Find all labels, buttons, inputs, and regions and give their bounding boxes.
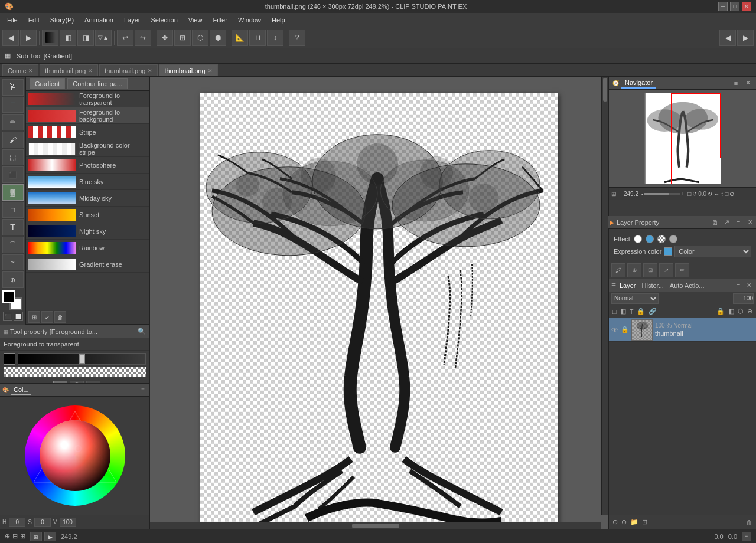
scrollbar-vertical[interactable]	[601, 77, 608, 515]
toolbar-help[interactable]: ?	[289, 30, 305, 46]
canvas-area[interactable]	[150, 77, 608, 529]
scrollbar-horizontal[interactable]	[150, 522, 601, 529]
toolbar-select[interactable]: ⬡	[192, 30, 208, 46]
toolbar-select2[interactable]: ⬢	[210, 30, 226, 46]
gradient-item-fg-bg[interactable]: Foreground to background	[26, 107, 149, 124]
layer-opacity-input[interactable]	[733, 293, 754, 304]
tool-prop-zoom[interactable]: 🔍	[138, 328, 146, 335]
maximize-button[interactable]: □	[730, 2, 739, 11]
h-input[interactable]	[9, 518, 25, 527]
sub-icon-1[interactable]: ⊞	[28, 311, 40, 323]
menu-help[interactable]: Help	[267, 15, 290, 25]
toolbar-transform[interactable]: ⊞	[174, 30, 191, 46]
toolbar-redo[interactable]: ↪	[135, 30, 151, 46]
s-input[interactable]	[34, 518, 51, 527]
tool-row-btn4[interactable]: ↗	[659, 263, 673, 277]
toolbar-move[interactable]: ✥	[157, 30, 173, 46]
tool-move[interactable]: 🖱	[2, 79, 24, 96]
toolbar-tool-3[interactable]: ▽▲	[95, 30, 112, 46]
zoom-plus[interactable]: +	[681, 191, 685, 197]
tool-selection[interactable]: ◻	[2, 97, 24, 113]
status-zoom-btn1[interactable]: ⊕	[5, 532, 10, 540]
effect-circle-white[interactable]	[634, 235, 642, 243]
layers-tab-history[interactable]: Histor...	[640, 282, 666, 290]
layers-tab-auto[interactable]: Auto Actio...	[667, 282, 707, 290]
color-tab-color[interactable]: Col...	[11, 385, 31, 395]
scrollbar-h-thumb[interactable]	[352, 524, 399, 528]
nav-zoom-ctrl-7[interactable]: ⊙	[729, 191, 734, 197]
gradient-item-bg-stripe[interactable]: Background color stripe	[26, 140, 149, 157]
layers-tab-layer[interactable]: Layer	[617, 282, 638, 290]
scrollbar-v-thumb[interactable]	[603, 78, 607, 102]
menu-file[interactable]: File	[2, 15, 22, 25]
layer-icon-1[interactable]: □	[611, 308, 618, 315]
layer-lock-icon[interactable]: 🔒	[621, 326, 629, 333]
delete-layer[interactable]: 🗑	[745, 519, 754, 526]
nav-menu-btn[interactable]: ≡	[731, 78, 741, 88]
toolbar-undo[interactable]: ↩	[117, 30, 133, 46]
nav-close-btn[interactable]: ✕	[743, 78, 752, 88]
tool-correction[interactable]: ~	[2, 254, 24, 271]
status-zoom-btn3[interactable]: ⊞	[20, 532, 25, 540]
layer-icon-7[interactable]: ◧	[727, 308, 735, 315]
nav-zoom-ctrl-3[interactable]: ↻	[708, 191, 712, 197]
toolbar-panel-right[interactable]: ▶	[737, 30, 754, 46]
status-btn1[interactable]: ≡	[742, 532, 751, 541]
tool-mode-1[interactable]: ⬛	[3, 312, 12, 321]
toolbar-ruler[interactable]: 📐	[232, 30, 248, 46]
nav-tab-navigator[interactable]: Navigator	[621, 78, 656, 89]
toolbar-tool-2[interactable]: ◨	[77, 30, 94, 46]
menu-layer[interactable]: Layer	[119, 15, 145, 25]
toolbar-panel-left[interactable]: ◀	[719, 30, 736, 46]
effect-circle-checker[interactable]	[657, 235, 666, 243]
zoom-minus[interactable]: -	[641, 191, 643, 197]
toolbar-rotate[interactable]: ↕	[267, 30, 284, 46]
menu-selection[interactable]: Selection	[146, 15, 183, 25]
tool-eraser[interactable]: ⬚	[2, 149, 24, 166]
tool-move2[interactable]: ⊕	[2, 272, 24, 288]
layer-icon-2[interactable]: ◧	[619, 308, 627, 315]
gradient-item-fg-transparent[interactable]: Foreground to transparent	[26, 91, 149, 107]
nav-zoom-ctrl-5[interactable]: ↕	[721, 191, 724, 197]
layer-prop-btn1[interactable]: 🖹	[710, 218, 719, 227]
tool-brush[interactable]: 🖌	[2, 132, 24, 148]
toolbar-tool-1[interactable]: ◧	[60, 30, 76, 46]
tab-thumb2[interactable]: thumbnail.png ✕	[99, 64, 158, 76]
gradient-item-sunset[interactable]: Sunset	[26, 207, 149, 223]
menu-story[interactable]: Story(P)	[45, 15, 79, 25]
add-frame[interactable]: ⊡	[641, 518, 649, 526]
menu-window[interactable]: Window	[233, 15, 266, 25]
color-panel-menu[interactable]: ≡	[139, 387, 147, 393]
layer-icon-5[interactable]: 🔗	[647, 308, 658, 315]
expr-color-select[interactable]: Color	[674, 246, 751, 257]
expr-color-swatch[interactable]	[664, 247, 672, 256]
tool-row-btn1[interactable]: 🖊	[611, 263, 625, 277]
canvas[interactable]	[200, 93, 558, 529]
tab-comic[interactable]: Comic ✕	[2, 64, 38, 76]
tool-row-btn2[interactable]: ⊕	[627, 263, 641, 277]
status-zoom-btn2[interactable]: ⊟	[12, 532, 18, 540]
layers-close[interactable]: ✕	[744, 281, 754, 290]
menu-filter[interactable]: Filter	[208, 15, 232, 25]
blend-mode-select[interactable]: Normal	[611, 293, 659, 304]
tool-gradient[interactable]: ▓	[2, 184, 24, 201]
grad-color-start[interactable]	[4, 353, 15, 365]
gradient-item-stripe[interactable]: Stripe	[26, 124, 149, 140]
layer-prop-btn2[interactable]: ↗	[722, 218, 731, 227]
tool-row-btn3[interactable]: ⊡	[643, 263, 657, 277]
layer-icon-6[interactable]: 🔒	[715, 308, 726, 315]
grad-stop[interactable]	[79, 354, 85, 364]
gradient-item-midday-sky[interactable]: Midday sky	[26, 190, 149, 207]
sub-icon-2[interactable]: ↙	[41, 311, 53, 323]
tool-connect[interactable]: ⌒	[2, 237, 24, 253]
layer-icon-4[interactable]: 🔒	[636, 308, 646, 315]
nav-zoom-ctrl-1[interactable]: □	[687, 191, 691, 197]
tab-comic-close[interactable]: ✕	[28, 68, 33, 74]
status-view-btn1[interactable]: ⊞	[30, 532, 42, 541]
gradient-item-blue-sky[interactable]: Blue sky	[26, 174, 149, 190]
sub-tab-gradient[interactable]: Gradient	[30, 78, 65, 89]
layers-menu[interactable]: ≡	[734, 281, 743, 290]
gradient-item-photosphere[interactable]: Photosphere	[26, 157, 149, 174]
zoom-slider[interactable]	[644, 193, 680, 195]
v-input[interactable]	[60, 518, 76, 527]
